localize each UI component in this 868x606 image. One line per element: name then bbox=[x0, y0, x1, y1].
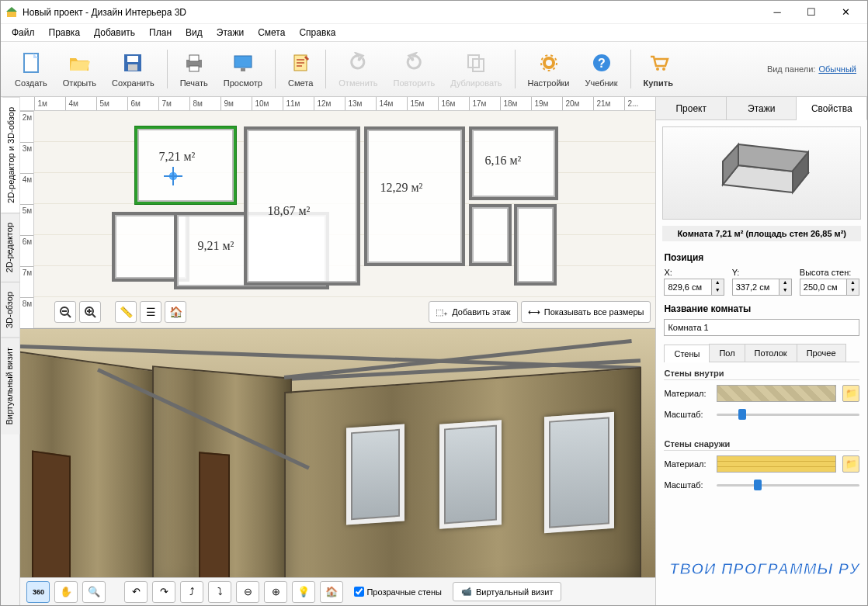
virtual-visit-button[interactable]: 📹Виртуальный визит bbox=[453, 582, 562, 601]
panel-mode-link[interactable]: Обычный bbox=[818, 64, 856, 74]
zoom-in-button[interactable] bbox=[79, 301, 101, 323]
menu-edit[interactable]: Правка bbox=[43, 25, 87, 40]
cart-icon bbox=[646, 50, 671, 75]
tab-project[interactable]: Проект bbox=[656, 97, 727, 119]
svg-text:?: ? bbox=[598, 57, 606, 70]
new-file-icon bbox=[19, 50, 43, 75]
scale-outer-slider[interactable] bbox=[717, 477, 859, 493]
menu-plan[interactable]: План bbox=[143, 25, 178, 40]
svg-rect-0 bbox=[7, 11, 16, 17]
menu-help[interactable]: Справка bbox=[293, 25, 342, 40]
room-preview bbox=[662, 126, 861, 220]
rotate-right-button[interactable]: ↷ bbox=[152, 581, 175, 603]
camera-icon: 📹 bbox=[461, 587, 472, 597]
bottom-toolbar: 360 ✋ 🔍 ↶ ↷ ⤴ ⤵ ⊖ ⊕ 💡 🏠 Прозрачные стены… bbox=[20, 577, 655, 605]
room-selected[interactable] bbox=[135, 126, 236, 204]
monitor-icon bbox=[231, 50, 255, 75]
duplicate-icon bbox=[464, 50, 488, 75]
x-input[interactable]: ▲▼ bbox=[664, 279, 724, 296]
print-button[interactable]: Печать bbox=[172, 49, 216, 89]
svg-point-19 bbox=[656, 68, 659, 71]
svg-rect-5 bbox=[127, 56, 138, 62]
align-button[interactable]: ☰ bbox=[140, 301, 161, 323]
move-handle-icon[interactable] bbox=[166, 169, 180, 183]
vtab-virtual[interactable]: Виртуальный визит bbox=[1, 338, 19, 435]
menu-add[interactable]: Добавить bbox=[88, 25, 141, 40]
window-title: Новый проект - Дизайн Интерьера 3D bbox=[23, 7, 760, 18]
svg-rect-9 bbox=[189, 66, 199, 71]
subtab-floor[interactable]: Пол bbox=[709, 344, 745, 362]
home-button[interactable]: 🏠 bbox=[165, 301, 186, 323]
transparent-walls-checkbox[interactable]: Прозрачные стены bbox=[354, 587, 441, 597]
ruler-vertical: 2м3м4м5м6м7м8м bbox=[20, 111, 34, 328]
toolbar: Создать Открыть Сохранить Печать Просмот… bbox=[1, 41, 867, 97]
buy-button[interactable]: Купить bbox=[636, 49, 681, 89]
save-button[interactable]: Сохранить bbox=[104, 49, 162, 89]
room-3d-icon bbox=[700, 138, 824, 208]
scale-inner-slider[interactable] bbox=[717, 407, 859, 422]
undo-icon bbox=[345, 50, 370, 75]
subtab-walls[interactable]: Стены bbox=[664, 345, 710, 362]
estimate-button[interactable]: Смета bbox=[280, 49, 321, 89]
bulb-icon: 💡 bbox=[297, 586, 310, 597]
zoom-out-button[interactable] bbox=[54, 301, 76, 323]
reset-view-button[interactable]: 🏠 bbox=[320, 581, 343, 603]
sidebar: Проект Этажи Свойства Комната 7,21 м² (п… bbox=[656, 97, 867, 605]
plan-2d[interactable]: 2м3м4м5м6м7м8м 7,21 м² 9,21 м² 18,67 м² … bbox=[20, 111, 655, 328]
open-button[interactable]: Открыть bbox=[55, 49, 104, 89]
show-sizes-button[interactable]: ⟷Показывать все размеры bbox=[521, 301, 651, 323]
ruler-horizontal: 1м4м5м6м7м8м9м10м11м12м13м14м15м16м17м18… bbox=[20, 97, 655, 111]
menubar: Файл Правка Добавить План Вид Этажи Смет… bbox=[1, 24, 867, 41]
folder-icon: 📁 bbox=[845, 388, 857, 399]
view-3d[interactable] bbox=[20, 328, 655, 577]
tutorial-button[interactable]: ?Учебник bbox=[577, 49, 625, 89]
hand-icon: ✋ bbox=[60, 586, 72, 597]
menu-file[interactable]: Файл bbox=[5, 25, 41, 40]
rotate-left-button[interactable]: ↶ bbox=[124, 581, 148, 603]
material-inner-browse[interactable]: 📁 bbox=[842, 385, 859, 402]
add-floor-button[interactable]: ⬚₊Добавить этаж bbox=[429, 301, 517, 323]
ruler-tool-button[interactable]: 📏 bbox=[115, 301, 137, 323]
zoom-button[interactable]: 🔍 bbox=[82, 581, 106, 603]
pan-button[interactable]: ✋ bbox=[54, 581, 78, 603]
zoom-out-3d-button[interactable]: ⊖ bbox=[236, 581, 259, 603]
rotate360-button[interactable]: 360 bbox=[26, 581, 50, 603]
create-button[interactable]: Создать bbox=[7, 49, 55, 89]
menu-estimate[interactable]: Смета bbox=[252, 25, 291, 40]
maximize-button[interactable]: ☐ bbox=[794, 2, 828, 23]
room-name-input[interactable] bbox=[664, 319, 859, 336]
vtab-2d[interactable]: 2D-редактор bbox=[1, 213, 19, 282]
main: 2D-редактор и 3D-обзор 2D-редактор 3D-об… bbox=[1, 97, 867, 605]
menu-view[interactable]: Вид bbox=[179, 25, 209, 40]
vtab-3d[interactable]: 3D-обзор bbox=[1, 282, 19, 338]
material-inner-swatch[interactable] bbox=[717, 385, 836, 402]
y-input[interactable]: ▲▼ bbox=[732, 279, 792, 296]
duplicate-button[interactable]: Дублировать bbox=[443, 49, 509, 89]
redo-button[interactable]: Повторить bbox=[386, 49, 443, 89]
undo-button[interactable]: Отменить bbox=[331, 49, 385, 89]
menu-floors[interactable]: Этажи bbox=[210, 25, 250, 40]
preview-button[interactable]: Просмотр bbox=[216, 49, 270, 89]
zoom-in-3d-button[interactable]: ⊕ bbox=[264, 581, 287, 603]
settings-button[interactable]: Настройки bbox=[520, 49, 578, 89]
vtab-2d-3d[interactable]: 2D-редактор и 3D-обзор bbox=[1, 97, 19, 213]
subtab-ceiling[interactable]: Потолок bbox=[745, 344, 797, 362]
folder-open-icon bbox=[67, 50, 92, 75]
height-input[interactable]: ▲▼ bbox=[800, 279, 859, 296]
tab-floors[interactable]: Этажи bbox=[727, 97, 797, 119]
close-button[interactable]: ✕ bbox=[828, 2, 863, 23]
subtab-other[interactable]: Прочее bbox=[797, 344, 846, 362]
light-button[interactable]: 💡 bbox=[292, 581, 315, 603]
material-outer-swatch[interactable] bbox=[717, 455, 836, 473]
svg-rect-6 bbox=[128, 64, 137, 71]
plan-toolbar: 📏 ☰ 🏠 ⬚₊Добавить этаж ⟷Показывать все ра… bbox=[54, 300, 651, 324]
tilt-down-button[interactable]: ⤵ bbox=[208, 581, 231, 603]
minimize-button[interactable]: ─ bbox=[760, 2, 794, 23]
svg-rect-11 bbox=[241, 68, 245, 71]
printer-icon bbox=[182, 50, 207, 75]
tab-properties[interactable]: Свойства bbox=[797, 97, 867, 120]
material-outer-browse[interactable]: 📁 bbox=[842, 455, 859, 473]
tilt-up-button[interactable]: ⤴ bbox=[180, 581, 203, 603]
vertical-tabs: 2D-редактор и 3D-обзор 2D-редактор 3D-об… bbox=[1, 97, 20, 605]
svg-rect-10 bbox=[234, 56, 252, 68]
